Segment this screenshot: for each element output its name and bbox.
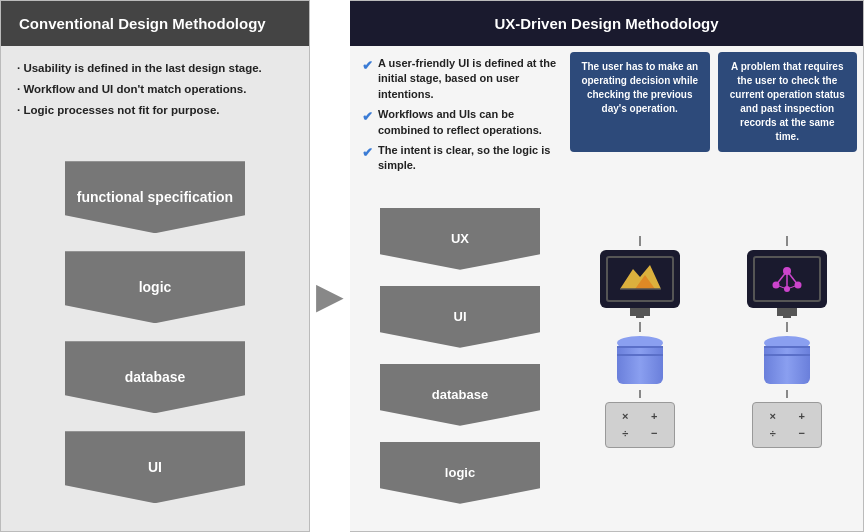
diagram-item-1: × + ÷ − [570, 236, 710, 448]
connector-bot-1 [639, 390, 641, 398]
left-panel-title: Conventional Design Methodology [1, 1, 309, 46]
logic-symbol-plus-1: + [651, 410, 657, 422]
right-step-2: UI [380, 286, 540, 348]
connector-bot-2 [786, 390, 788, 398]
right-step-4: logic [380, 442, 540, 504]
right-panel: UX-Driven Design Methodology ✔ A user-fr… [350, 0, 864, 532]
database-icon-2 [764, 336, 810, 386]
checkmark-icon-3: ✔ [362, 144, 373, 162]
monitor-2 [747, 250, 827, 308]
left-panel: Conventional Design Methodology · Usabil… [0, 0, 310, 532]
diagram-item-2: × + ÷ − [718, 236, 858, 448]
left-step-1: functional specification [65, 161, 245, 233]
diagram-row: × + ÷ − [570, 158, 857, 525]
mountain-chart-icon [615, 261, 665, 297]
left-step-2: logic [65, 251, 245, 323]
db-cylinder-2 [764, 336, 810, 386]
monitor-screen-2 [753, 256, 821, 302]
diagrams-area: The user has to make an operating decisi… [570, 46, 863, 531]
left-step-4: UI [65, 431, 245, 503]
left-step-3: database [65, 341, 245, 413]
right-bullet-1: ✔ A user-friendly UI is defined at the i… [362, 56, 558, 102]
monitor-screen-1 [606, 256, 674, 302]
logic-symbol-plus-2: + [799, 410, 805, 422]
left-chevron-wrapper: functional specification logic database … [65, 161, 245, 503]
db-stripe-2 [617, 354, 663, 356]
callout-box-2: A problem that requires the user to chec… [718, 52, 858, 152]
right-step-3: database [380, 364, 540, 426]
network-graph-icon [766, 259, 808, 299]
right-step-1: UX [380, 208, 540, 270]
logic-symbol-div-2: ÷ [770, 427, 776, 439]
right-left-section: ✔ A user-friendly UI is defined at the i… [350, 46, 570, 531]
db-stripe-4 [764, 354, 810, 356]
right-bullet-3: ✔ The intent is clear, so the logic is s… [362, 143, 558, 174]
left-bullet-1: · Usability is defined in the last desig… [17, 60, 293, 76]
left-bullets: · Usability is defined in the last desig… [1, 46, 309, 133]
right-steps: UX UI database logic [350, 185, 570, 531]
logic-symbol-minus-1: − [651, 427, 657, 439]
right-content: ✔ A user-friendly UI is defined at the i… [350, 46, 863, 531]
logic-symbol-div-1: ÷ [622, 427, 628, 439]
db-stripe-1 [617, 346, 663, 348]
arrow-divider: ▶ [310, 278, 350, 314]
callout-row: The user has to make an operating decisi… [570, 46, 857, 152]
logic-symbol-times-1: × [622, 410, 628, 422]
db-body-2 [764, 346, 810, 384]
left-bullet-2: · Workflow and UI don't match operations… [17, 81, 293, 97]
connector-mid-1 [639, 322, 641, 332]
checkmark-icon-1: ✔ [362, 57, 373, 75]
db-stripe-3 [764, 346, 810, 348]
left-steps: functional specification logic database … [1, 133, 309, 531]
callout-box-1: The user has to make an operating decisi… [570, 52, 710, 152]
right-panel-title: UX-Driven Design Methodology [350, 1, 863, 46]
connector-top-2 [786, 236, 788, 246]
connector-top-1 [639, 236, 641, 246]
right-arrow-icon: ▶ [316, 278, 344, 314]
logic-symbol-minus-2: − [799, 427, 805, 439]
connector-mid-2 [786, 322, 788, 332]
db-body-1 [617, 346, 663, 384]
svg-line-8 [787, 271, 798, 285]
logic-box-1: × + ÷ − [605, 402, 675, 448]
monitor-1 [600, 250, 680, 308]
database-icon-1 [617, 336, 663, 386]
right-bullet-2: ✔ Workflows and UIs can be combined to r… [362, 107, 558, 138]
left-bullet-3: · Logic processes not fit for purpose. [17, 102, 293, 118]
logic-box-2: × + ÷ − [752, 402, 822, 448]
right-bullets: ✔ A user-friendly UI is defined at the i… [350, 46, 570, 185]
svg-line-7 [776, 271, 787, 285]
checkmark-icon-2: ✔ [362, 108, 373, 126]
logic-symbol-times-2: × [770, 410, 776, 422]
db-cylinder-1 [617, 336, 663, 386]
